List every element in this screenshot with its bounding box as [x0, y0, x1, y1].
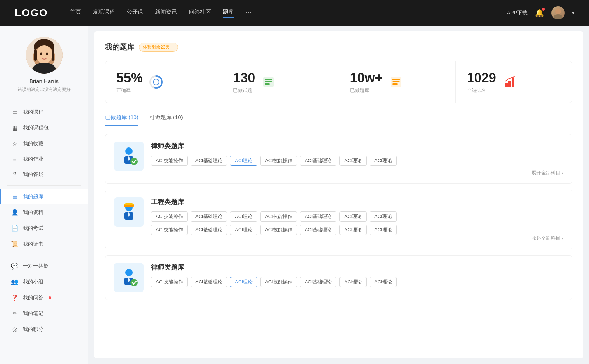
sidebar-item-my-course[interactable]: ☰ 我的课程: [0, 104, 88, 120]
tag-2-8[interactable]: ACI技能操作: [151, 225, 188, 235]
stat-ranking: 1029 全站排名: [456, 61, 572, 103]
nav-opencourse[interactable]: 公开课: [127, 8, 143, 18]
qbank-item-lawyer-1: 律师类题库 ACI技能操作 ACI基础理论 ACI理论 ACI技能操作 ACI基…: [105, 134, 572, 184]
app-download-button[interactable]: APP下载: [507, 10, 528, 16]
svg-rect-6: [34, 50, 37, 61]
tag-1-4[interactable]: ACI技能操作: [260, 156, 297, 166]
svg-rect-22: [505, 83, 508, 87]
svg-rect-24: [512, 78, 514, 87]
stat-questions: 130 已做试题: [222, 61, 339, 103]
nav-more[interactable]: ···: [246, 8, 251, 18]
avatar-image: [551, 6, 565, 19]
nav-discover[interactable]: 发现课程: [93, 8, 115, 18]
sidebar-item-my-points[interactable]: ◎ 我的积分: [0, 321, 88, 337]
tag-2-6[interactable]: ACI理论: [339, 211, 367, 222]
stat-accuracy-number: 55%: [116, 70, 143, 86]
tag-1-6[interactable]: ACI理论: [339, 156, 367, 166]
profile-avatar: [26, 37, 63, 74]
stat-ranking-number: 1029: [467, 70, 496, 86]
qbank-title-3: 律师类题库: [151, 263, 563, 272]
tag-1-5[interactable]: ACI基础理论: [300, 156, 337, 166]
qbank-title-1: 律师类题库: [151, 142, 563, 150]
svg-rect-23: [508, 81, 511, 87]
tag-2-11[interactable]: ACI技能操作: [260, 225, 297, 235]
page-layout: Brian Harris 错误的决定比没有决定要好 ☰ 我的课程 ▦ 我的课程包…: [0, 26, 589, 364]
nav-qbank[interactable]: 题库: [223, 8, 234, 18]
nav-qa[interactable]: 问答社区: [189, 8, 211, 18]
qbank-tags-2-row2: ACI技能操作 ACI基础理论 ACI理论 ACI技能操作 ACI基础理论 AC…: [151, 225, 563, 235]
nav-home[interactable]: 首页: [70, 8, 81, 18]
sidebar-item-my-profile[interactable]: 👤 我的资料: [0, 204, 88, 220]
svg-rect-32: [128, 203, 130, 205]
tag-2-4[interactable]: ACI技能操作: [260, 211, 297, 222]
logo[interactable]: LOGO: [15, 7, 48, 19]
stat-ranking-info: 1029 全站排名: [467, 70, 496, 94]
tag-2-5[interactable]: ACI基础理论: [300, 211, 337, 222]
tag-2-10[interactable]: ACI理论: [230, 225, 257, 235]
tag-2-14[interactable]: ACI理论: [370, 225, 397, 235]
stat-ranking-label: 全站排名: [467, 87, 496, 94]
expand-link-1[interactable]: 展开全部科目 ›: [151, 169, 563, 176]
user-menu-chevron[interactable]: ▾: [572, 10, 574, 15]
answers-icon: ❓: [11, 294, 18, 301]
qbank-item-lawyer-2: 律师类题库 ACI技能操作 ACI基础理论 ACI理论 ACI技能操作 ACI基…: [105, 255, 572, 300]
tag-2-1[interactable]: ACI技能操作: [151, 211, 188, 222]
qbank-content-2: 工程类题库 ACI技能操作 ACI基础理论 ACI理论 ACI技能操作 ACI基…: [151, 197, 563, 242]
sidebar-item-my-qbank[interactable]: ▤ 我的题库: [0, 189, 88, 204]
sidebar-item-my-group[interactable]: 👥 我的小组: [0, 274, 88, 290]
tag-1-7[interactable]: ACI理论: [370, 156, 397, 166]
sidebar-item-one-on-one[interactable]: 💬 一对一答疑: [0, 258, 88, 274]
tag-2-3[interactable]: ACI理论: [230, 211, 257, 222]
stat-questions-number: 130: [233, 70, 255, 86]
tag-2-12[interactable]: ACI基础理论: [300, 225, 337, 235]
group-icon: 👥: [11, 278, 18, 285]
avatar[interactable]: [551, 6, 565, 19]
svg-point-28: [130, 158, 138, 165]
tag-3-5[interactable]: ACI基础理论: [300, 277, 337, 287]
qbank-content-1: 律师类题库 ACI技能操作 ACI基础理论 ACI理论 ACI技能操作 ACI基…: [151, 142, 563, 176]
cert-icon: 📜: [11, 240, 18, 247]
collapse-link-2[interactable]: 收起全部科目 ›: [151, 235, 563, 242]
sidebar-item-my-notes[interactable]: ✏ 我的笔记: [0, 306, 88, 321]
tabs: 已做题库 (10) 可做题库 (10): [105, 114, 572, 126]
svg-rect-15: [265, 79, 272, 80]
sidebar-item-my-homework[interactable]: ≡ 我的作业: [0, 151, 88, 167]
sidebar-item-my-qa[interactable]: ? 我的答疑: [0, 167, 88, 182]
stat-questions-info: 130 已做试题: [233, 70, 255, 94]
tag-3-2[interactable]: ACI基础理论: [191, 277, 228, 287]
tag-3-7[interactable]: ACI理论: [370, 277, 397, 287]
sidebar-item-my-cert[interactable]: 📜 我的证书: [0, 236, 88, 252]
sidebar: Brian Harris 错误的决定比没有决定要好 ☰ 我的课程 ▦ 我的课程包…: [0, 26, 88, 364]
notes-icon: ✏: [11, 310, 18, 317]
page-header: 我的题库 体验剩余23天！: [105, 42, 572, 52]
accuracy-icon: [149, 75, 163, 89]
tag-2-13[interactable]: ACI理论: [339, 225, 367, 235]
questions-icon: [261, 75, 276, 89]
tag-3-4[interactable]: ACI技能操作: [260, 277, 297, 287]
avatar-inner: [26, 37, 63, 74]
favorites-icon: ☆: [11, 140, 18, 147]
nav-news[interactable]: 新闻资讯: [155, 8, 177, 18]
sidebar-item-my-exam[interactable]: 📄 我的考试: [0, 220, 88, 236]
tag-3-6[interactable]: ACI理论: [339, 277, 367, 287]
sidebar-item-my-answers[interactable]: ❓ 我的问答: [0, 290, 88, 306]
sidebar-item-my-course-pack[interactable]: ▦ 我的课程包...: [0, 120, 88, 136]
notification-bell[interactable]: 🔔: [535, 8, 544, 17]
tag-2-2[interactable]: ACI基础理论: [191, 211, 228, 222]
tag-1-3[interactable]: ACI理论: [230, 156, 257, 166]
svg-point-8: [40, 53, 42, 55]
qa-icon: ?: [11, 171, 18, 178]
qbank-content-3: 律师类题库 ACI技能操作 ACI基础理论 ACI理论 ACI技能操作 ACI基…: [151, 263, 563, 287]
course-pack-icon: ▦: [11, 124, 18, 131]
sidebar-item-my-favorites[interactable]: ☆ 我的收藏: [0, 136, 88, 151]
tag-1-2[interactable]: ACI基础理论: [191, 156, 228, 166]
main-content: 我的题库 体验剩余23天！ 55% 正确率: [94, 31, 583, 358]
tab-done[interactable]: 已做题库 (10): [105, 114, 138, 126]
tag-1-1[interactable]: ACI技能操作: [151, 156, 188, 166]
tag-3-1[interactable]: ACI技能操作: [151, 277, 188, 287]
tab-available[interactable]: 可做题库 (10): [149, 114, 183, 126]
tag-2-7[interactable]: ACI理论: [370, 211, 397, 222]
notification-dot: [542, 8, 545, 11]
tag-3-3[interactable]: ACI理论: [230, 277, 257, 287]
tag-2-9[interactable]: ACI基础理论: [191, 225, 228, 235]
